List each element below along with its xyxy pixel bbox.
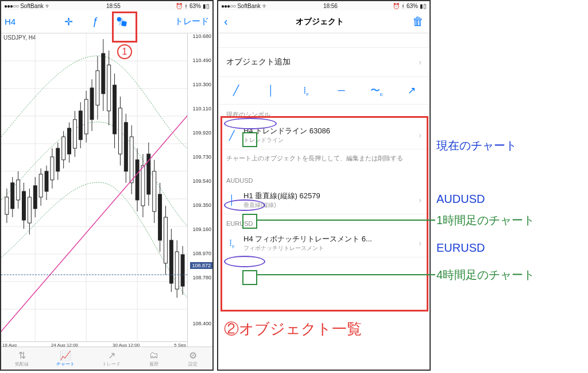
svg-rect-21 xyxy=(17,180,20,200)
svg-rect-41 xyxy=(73,120,76,148)
annotation-current-chart: 現在のチャート xyxy=(436,138,517,153)
object-row-fibo[interactable]: ⁞F H4 フィボナッチリトレースメント 6... フィボナッチリトレースメント… xyxy=(218,229,430,257)
svg-rect-27 xyxy=(33,186,37,209)
annotation-oval-eurusd xyxy=(224,256,265,267)
svg-rect-61 xyxy=(130,137,133,183)
tab-quotes[interactable]: ⇅気配値 xyxy=(15,349,29,367)
svg-rect-73 xyxy=(164,217,168,263)
quotes-icon: ⇅ xyxy=(16,349,28,361)
add-object-label: オブジェクト追加 xyxy=(226,57,291,67)
bluetooth-icon: ᚼ xyxy=(184,3,188,9)
back-button[interactable]: ‹ xyxy=(224,15,228,28)
battery-label: 63% xyxy=(407,3,418,9)
chart-icon: 📈 xyxy=(60,349,71,361)
object-title: H4 トレンドライン 63086 xyxy=(243,126,413,136)
annotation-h1-chart: 1時間足のチャート xyxy=(436,213,535,228)
annotation-audusd: AUDUSD xyxy=(436,193,485,206)
svg-rect-53 xyxy=(107,65,111,111)
fibo-tool-icon[interactable]: ⁞F xyxy=(297,84,315,97)
svg-rect-47 xyxy=(90,88,94,120)
annotation-h4-chart: 4時間足のチャート xyxy=(436,267,535,283)
carrier-label: SoftBank xyxy=(237,3,261,9)
chevron-right-icon: › xyxy=(419,239,421,248)
vertical-line-icon: │ xyxy=(226,195,238,205)
phone-objects-screen: ●●●○○ SoftBank ᯤ 18:56 ⏰ ᚼ 63% ▮▯ ‹ オブジェ… xyxy=(217,0,431,371)
svg-rect-79 xyxy=(181,255,184,286)
chart-area[interactable]: USDJPY, H4 xyxy=(1,33,212,349)
trade-button[interactable]: トレード xyxy=(175,16,209,27)
group-audusd: AUDUSD xyxy=(218,171,430,186)
chevron-right-icon: › xyxy=(419,57,421,67)
hint-text: チャート上のオブジェクトを長押しして、編集または削除する xyxy=(218,149,430,171)
arrow-tool-icon[interactable]: ↗ xyxy=(403,84,420,97)
tab-trade[interactable]: ↗トレード xyxy=(102,349,121,367)
svg-rect-31 xyxy=(45,171,48,191)
timeframe-button[interactable]: H4 xyxy=(5,17,16,26)
bluetooth-icon: ᚼ xyxy=(401,3,405,9)
svg-rect-45 xyxy=(84,99,88,134)
object-row-trendline[interactable]: ╱ H4 トレンドライン 63086 トレンドライン › xyxy=(218,121,430,149)
svg-rect-33 xyxy=(51,157,54,180)
tab-history[interactable]: 🗂履歴 xyxy=(148,349,160,367)
svg-rect-29 xyxy=(39,174,42,197)
signal-icon: ●●●○○ xyxy=(4,3,18,9)
svg-rect-39 xyxy=(68,128,71,154)
add-object-row[interactable]: オブジェクト追加 › xyxy=(218,47,430,77)
svg-rect-75 xyxy=(169,240,173,283)
group-current-symbol: 現在のシンボル xyxy=(218,105,430,121)
svg-rect-63 xyxy=(136,160,139,200)
annotation-list-title: ②オブジェクト一覧 xyxy=(224,319,362,339)
carrier-label: SoftBank xyxy=(20,3,44,9)
annotation-eurusd: EURUSD xyxy=(436,241,485,255)
annotation-box-h4b xyxy=(242,270,257,285)
objects-list: オブジェクト追加 › ╱ │ ⁞F ─ 〜E ↗ 現在のシンボル ╱ H4 トレ… xyxy=(218,47,430,257)
svg-rect-65 xyxy=(141,166,145,206)
bottom-tab-bar: ⇅気配値 📈チャート ↗トレード 🗂履歴 ⚙設定 xyxy=(1,347,212,370)
crosshair-icon[interactable]: ✛ xyxy=(61,16,77,28)
group-eurusd: EURUSD xyxy=(218,214,430,229)
svg-rect-23 xyxy=(22,191,26,220)
status-bar: ●●●○○ SoftBank ᯤ 18:55 ⏰ ᚼ 63% ▮▯ xyxy=(1,1,212,10)
chevron-right-icon: › xyxy=(419,195,421,205)
object-title: H1 垂直線(縦線) 62579 xyxy=(243,191,413,201)
alarm-icon: ⏰ xyxy=(393,3,400,9)
history-icon: 🗂 xyxy=(148,349,160,361)
objects-header: ‹ オブジェクト 🗑 xyxy=(218,10,430,33)
svg-rect-49 xyxy=(96,71,99,105)
svg-rect-69 xyxy=(153,171,156,212)
svg-rect-19 xyxy=(11,183,14,209)
object-row-vline[interactable]: │ H1 垂直線(縦線) 62579 垂直線(縦線) › xyxy=(218,186,430,214)
chart-toolbar: H4 ✛ ƒ トレード xyxy=(1,10,212,33)
svg-rect-37 xyxy=(62,137,65,160)
wifi-icon: ᯤ xyxy=(262,3,268,9)
tab-settings[interactable]: ⚙設定 xyxy=(187,349,199,367)
status-bar: ●●●○○ SoftBank ᯤ 18:56 ⏰ ᚼ 63% ▮▯ xyxy=(218,1,430,10)
battery-label: 63% xyxy=(189,3,201,9)
svg-rect-57 xyxy=(118,108,122,154)
trade-icon: ↗ xyxy=(106,349,117,361)
objects-icon[interactable] xyxy=(114,16,130,28)
wifi-icon: ᯤ xyxy=(45,3,51,9)
fibo-icon: ⁞F xyxy=(226,237,238,249)
battery-icon: ▮▯ xyxy=(420,3,427,9)
svg-rect-35 xyxy=(56,148,60,171)
object-subtitle: フィボナッチリトレースメント xyxy=(243,244,413,252)
chevron-right-icon: › xyxy=(419,130,421,140)
phone-chart-screen: ●●●○○ SoftBank ᯤ 18:55 ⏰ ᚼ 63% ▮▯ H4 ✛ ƒ… xyxy=(0,0,214,371)
object-title: H4 フィボナッチリトレースメント 6... xyxy=(243,234,413,244)
tab-chart[interactable]: 📈チャート xyxy=(56,349,75,367)
delete-button[interactable]: 🗑 xyxy=(412,15,424,28)
status-time: 18:55 xyxy=(106,3,121,9)
trendline-tool-icon[interactable]: ╱ xyxy=(227,84,245,97)
svg-rect-17 xyxy=(5,197,9,214)
elliott-tool-icon[interactable]: 〜E xyxy=(368,84,385,97)
horizontal-line-tool-icon[interactable]: ─ xyxy=(333,85,350,97)
svg-rect-59 xyxy=(124,122,127,171)
vertical-line-tool-icon[interactable]: │ xyxy=(262,85,280,97)
alarm-icon: ⏰ xyxy=(176,3,183,9)
page-title: オブジェクト xyxy=(296,17,344,27)
indicator-icon[interactable]: ƒ xyxy=(87,16,103,28)
svg-rect-71 xyxy=(158,194,162,240)
object-subtitle: トレンドライン xyxy=(243,136,413,144)
battery-icon: ▮▯ xyxy=(203,3,210,9)
